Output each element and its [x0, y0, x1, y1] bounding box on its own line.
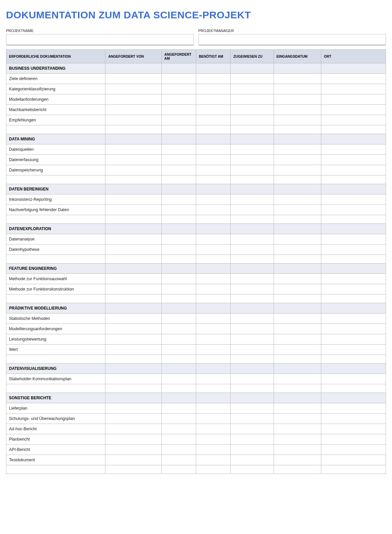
table-cell[interactable] [196, 175, 230, 184]
table-cell[interactable] [231, 334, 274, 345]
table-cell[interactable] [274, 234, 321, 244]
table-cell[interactable] [105, 115, 161, 125]
table-cell[interactable] [321, 63, 386, 74]
table-cell[interactable] [231, 125, 274, 134]
table-cell[interactable] [161, 314, 196, 324]
table-cell[interactable] [321, 355, 386, 364]
table-cell[interactable] [161, 155, 196, 165]
table-cell[interactable] [321, 364, 386, 374]
table-cell[interactable] [161, 84, 196, 94]
table-cell[interactable] [161, 393, 196, 403]
table-cell[interactable] [231, 134, 274, 144]
table-cell[interactable] [196, 455, 230, 465]
table-cell[interactable] [161, 184, 196, 194]
table-cell[interactable] [274, 334, 321, 345]
table-cell[interactable] [231, 314, 274, 324]
table-cell[interactable] [105, 215, 161, 224]
table-cell[interactable] [196, 314, 230, 324]
table-cell[interactable] [274, 244, 321, 255]
table-cell[interactable] [274, 465, 321, 474]
table-cell[interactable] [231, 403, 274, 414]
table-cell[interactable] [321, 314, 386, 324]
table-cell[interactable] [105, 355, 161, 364]
table-cell[interactable] [231, 384, 274, 393]
table-cell[interactable] [274, 184, 321, 194]
table-cell[interactable] [274, 215, 321, 224]
table-cell[interactable] [231, 364, 274, 374]
table-cell[interactable] [161, 445, 196, 455]
table-cell[interactable] [161, 345, 196, 355]
table-cell[interactable] [231, 374, 274, 384]
table-cell[interactable] [231, 414, 274, 424]
table-cell[interactable] [274, 165, 321, 175]
table-cell[interactable] [231, 184, 274, 194]
table-cell[interactable] [321, 345, 386, 355]
table-cell[interactable] [321, 334, 386, 345]
table-cell[interactable] [321, 263, 386, 274]
table-cell[interactable] [231, 455, 274, 465]
table-cell[interactable] [161, 134, 196, 144]
table-cell[interactable] [105, 314, 161, 324]
project-manager-input[interactable] [199, 34, 386, 45]
table-cell[interactable] [196, 274, 230, 284]
table-cell[interactable] [105, 434, 161, 445]
table-cell[interactable] [196, 334, 230, 345]
table-cell[interactable] [161, 424, 196, 434]
table-cell[interactable] [161, 215, 196, 224]
table-cell[interactable] [274, 445, 321, 455]
table-cell[interactable] [105, 424, 161, 434]
table-cell[interactable] [196, 393, 230, 403]
table-cell[interactable] [196, 125, 230, 134]
table-cell[interactable] [231, 205, 274, 215]
table-cell[interactable] [161, 125, 196, 134]
table-cell[interactable] [274, 303, 321, 314]
table-cell[interactable] [105, 184, 161, 194]
table-cell[interactable] [161, 205, 196, 215]
table-cell[interactable] [274, 74, 321, 84]
table-cell[interactable] [231, 84, 274, 94]
table-cell[interactable] [274, 455, 321, 465]
table-cell[interactable] [105, 134, 161, 144]
table-cell[interactable] [196, 244, 230, 255]
table-cell[interactable] [274, 125, 321, 134]
table-cell[interactable] [274, 384, 321, 393]
table-cell[interactable] [196, 194, 230, 205]
table-cell[interactable] [6, 384, 105, 393]
table-cell[interactable] [161, 94, 196, 105]
table-cell[interactable] [105, 345, 161, 355]
table-cell[interactable] [161, 295, 196, 303]
table-cell[interactable] [161, 194, 196, 205]
table-cell[interactable] [274, 144, 321, 155]
table-cell[interactable] [161, 364, 196, 374]
table-cell[interactable] [321, 144, 386, 155]
table-cell[interactable] [196, 324, 230, 334]
table-cell[interactable] [105, 303, 161, 314]
table-cell[interactable] [196, 465, 230, 474]
table-cell[interactable] [321, 115, 386, 125]
table-cell[interactable] [231, 234, 274, 244]
table-cell[interactable] [161, 334, 196, 345]
table-cell[interactable] [274, 355, 321, 364]
table-cell[interactable] [321, 393, 386, 403]
table-cell[interactable] [321, 175, 386, 184]
table-cell[interactable] [231, 303, 274, 314]
table-cell[interactable] [274, 393, 321, 403]
table-cell[interactable] [196, 345, 230, 355]
table-cell[interactable] [105, 244, 161, 255]
table-cell[interactable] [321, 234, 386, 244]
table-cell[interactable] [274, 63, 321, 74]
table-cell[interactable] [321, 255, 386, 263]
table-cell[interactable] [231, 284, 274, 295]
table-cell[interactable] [321, 374, 386, 384]
table-cell[interactable] [105, 234, 161, 244]
table-cell[interactable] [231, 144, 274, 155]
table-cell[interactable] [161, 324, 196, 334]
table-cell[interactable] [161, 465, 196, 474]
table-cell[interactable] [105, 455, 161, 465]
table-cell[interactable] [6, 175, 105, 184]
table-cell[interactable] [274, 324, 321, 334]
table-cell[interactable] [105, 175, 161, 184]
table-cell[interactable] [196, 424, 230, 434]
table-cell[interactable] [231, 155, 274, 165]
table-cell[interactable] [196, 355, 230, 364]
